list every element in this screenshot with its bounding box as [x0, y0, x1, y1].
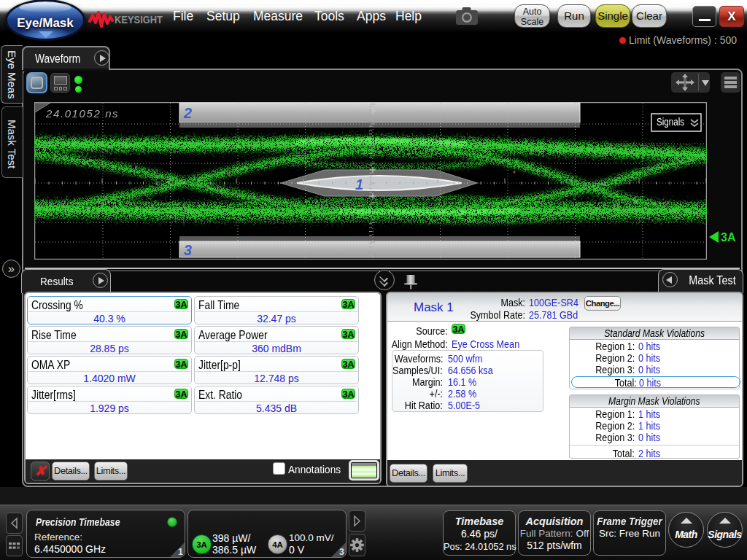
- svg-text:Signals: Signals: [657, 116, 684, 128]
- svg-text:KEYSIGHT: KEYSIGHT: [115, 14, 163, 26]
- svg-text:24.01052 ns: 24.01052 ns: [45, 107, 119, 120]
- svg-text:2: 2: [183, 105, 192, 121]
- svg-text:3A: 3A: [721, 231, 736, 244]
- svg-text:3: 3: [184, 242, 192, 258]
